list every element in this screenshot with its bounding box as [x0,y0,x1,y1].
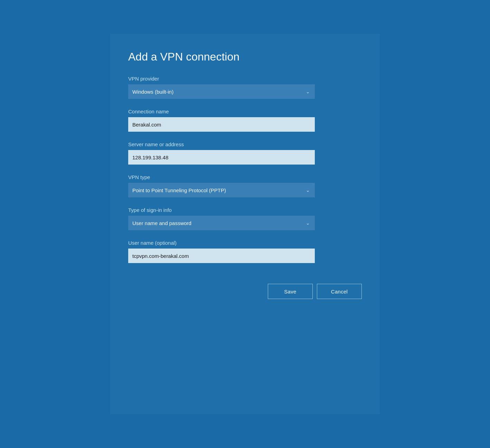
vpn-type-select[interactable]: Point to Point Tunneling Protocol (PPTP)… [128,183,315,197]
vpn-type-label: VPN type [128,174,362,180]
vpn-provider-select[interactable]: Windows (built-in) [128,84,315,99]
sign-in-type-group: Type of sign-in info User name and passw… [128,207,362,230]
cancel-button[interactable]: Cancel [317,284,362,299]
sign-in-type-select[interactable]: User name and password Certificate Smart… [128,216,315,230]
vpn-dialog: Add a VPN connection VPN provider Window… [110,34,380,414]
vpn-provider-group: VPN provider Windows (built-in) ⌄ [128,76,362,99]
server-address-group: Server name or address [128,141,362,165]
server-address-label: Server name or address [128,141,362,147]
username-label: User name (optional) [128,240,362,246]
vpn-type-group: VPN type Point to Point Tunneling Protoc… [128,174,362,197]
server-address-input[interactable] [128,150,315,165]
save-button[interactable]: Save [268,284,313,299]
connection-name-input[interactable] [128,117,315,132]
sign-in-type-wrapper: User name and password Certificate Smart… [128,216,315,230]
connection-name-group: Connection name [128,109,362,132]
dialog-title: Add a VPN connection [128,50,362,63]
connection-name-label: Connection name [128,109,362,114]
button-row: Save Cancel [128,284,362,299]
sign-in-type-label: Type of sign-in info [128,207,362,213]
vpn-type-wrapper: Point to Point Tunneling Protocol (PPTP)… [128,183,315,197]
vpn-provider-label: VPN provider [128,76,362,82]
username-input[interactable] [128,249,315,263]
username-group: User name (optional) [128,240,362,263]
vpn-provider-wrapper: Windows (built-in) ⌄ [128,84,315,99]
